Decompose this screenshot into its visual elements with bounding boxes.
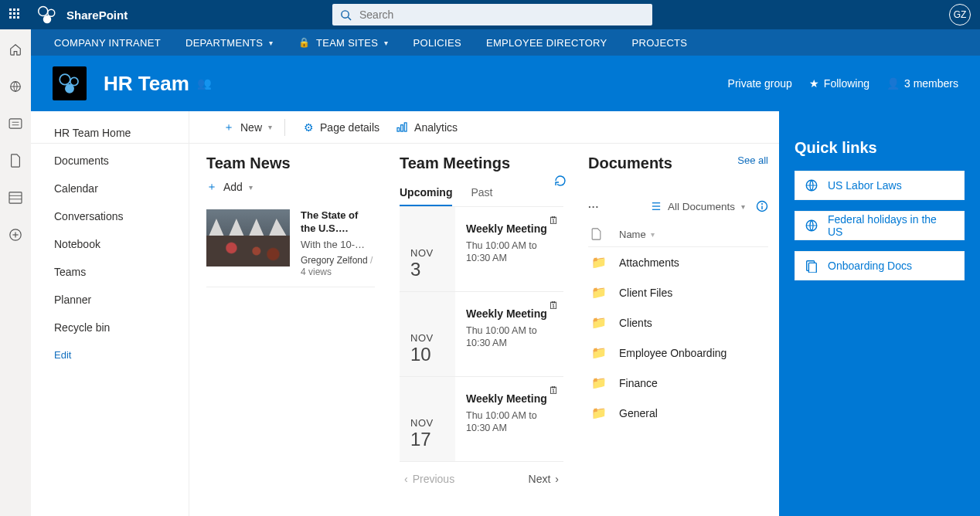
- quick-link[interactable]: US Labor Laws: [795, 171, 965, 200]
- quick-link[interactable]: Federal holidays in the US: [795, 211, 965, 240]
- quick-links-heading: Quick links: [795, 139, 965, 157]
- svg-rect-18: [397, 127, 400, 131]
- documents-header: Name▾: [588, 219, 768, 247]
- view-selector[interactable]: All Documents ▾: [651, 201, 745, 212]
- user-avatar[interactable]: GZ: [949, 4, 971, 25]
- site-header: HR Team 👥 Private group ★ Following 👤 3 …: [31, 56, 980, 111]
- prev-button[interactable]: ‹Previous: [404, 473, 454, 485]
- nav-policies[interactable]: POLICIES: [413, 37, 461, 49]
- meeting-item[interactable]: NOV17 Weekly MeetingThu 10:00 AM to 10:3…: [400, 377, 563, 462]
- product-name: SharePoint: [66, 8, 128, 22]
- column-name[interactable]: Name▾: [619, 229, 655, 240]
- ql-notebook[interactable]: Notebook: [54, 238, 189, 250]
- members-button[interactable]: 👤 3 members: [886, 77, 958, 90]
- site-logo[interactable]: [53, 66, 87, 100]
- tab-past[interactable]: Past: [471, 180, 492, 206]
- app-launcher-icon[interactable]: [9, 8, 22, 21]
- news-add-button[interactable]: ＋ Add ▾: [206, 180, 375, 194]
- nav-departments[interactable]: DEPARTMENTS▾: [185, 37, 274, 49]
- meetings-tabs: Upcoming Past: [400, 180, 563, 207]
- news-card[interactable]: The State of the U.S…. With the 10-… Gre…: [206, 202, 375, 287]
- page-details-button[interactable]: ⚙ Page details: [304, 121, 379, 134]
- document-icon: [805, 259, 818, 273]
- search-input[interactable]: [358, 8, 645, 22]
- site-title[interactable]: HR Team 👥: [104, 72, 212, 96]
- folder-icon: 📁: [591, 375, 604, 390]
- more-icon[interactable]: ···: [588, 201, 599, 212]
- team-meetings-heading: Team Meetings: [400, 154, 563, 172]
- folder-row[interactable]: 📁Client Files: [588, 277, 768, 307]
- site-meta: Private group ★ Following 👤 3 members: [728, 77, 958, 90]
- chevron-left-icon: ‹: [404, 473, 408, 485]
- add-icon[interactable]: [8, 227, 23, 243]
- quick-links-section: Quick links US Labor Laws Federal holida…: [779, 111, 980, 516]
- svg-point-3: [342, 10, 349, 17]
- ql-calendar[interactable]: Calendar: [54, 182, 189, 195]
- nav-projects[interactable]: PROJECTS: [632, 37, 688, 49]
- svg-point-0: [39, 7, 48, 16]
- folder-row[interactable]: 📁Attachments: [588, 247, 768, 277]
- nav-company-intranet[interactable]: COMPANY INTRANET: [54, 37, 161, 49]
- add-to-calendar-icon[interactable]: 🗓: [549, 300, 559, 311]
- quick-link[interactable]: Onboarding Docs: [795, 251, 965, 280]
- people-icon: 👤: [886, 77, 900, 90]
- info-icon[interactable]: [756, 200, 768, 212]
- chevron-down-icon: ▾: [249, 183, 253, 192]
- analytics-button[interactable]: Analytics: [396, 121, 458, 134]
- folder-row[interactable]: 📁Finance: [588, 368, 768, 398]
- nav-employee-directory[interactable]: EMPLOYEE DIRECTORY: [486, 37, 607, 49]
- chevron-right-icon: ›: [555, 473, 559, 485]
- plus-icon: ＋: [223, 121, 234, 134]
- svg-rect-20: [404, 123, 407, 131]
- teams-icon[interactable]: 👥: [197, 76, 212, 90]
- ql-recycle-bin[interactable]: Recycle bin: [54, 321, 189, 334]
- svg-point-15: [60, 74, 70, 85]
- see-all-link[interactable]: See all: [737, 154, 768, 166]
- star-icon: ★: [809, 77, 819, 90]
- news-icon[interactable]: [8, 116, 23, 131]
- team-news-section: Team News ＋ Add ▾ The State of the U.S….…: [189, 144, 383, 516]
- file-type-icon: [591, 228, 604, 240]
- sharepoint-logo[interactable]: SharePoint: [36, 3, 128, 26]
- next-button[interactable]: Next›: [529, 473, 559, 485]
- svg-line-4: [348, 17, 351, 20]
- svg-point-16: [70, 77, 78, 85]
- svg-rect-19: [401, 125, 403, 131]
- search-box[interactable]: [332, 4, 652, 25]
- lock-icon: 🔒: [298, 37, 310, 48]
- ql-edit[interactable]: Edit: [54, 349, 189, 361]
- documents-section: Documents See all ··· All Documents ▾ Na…: [571, 144, 779, 516]
- chevron-down-icon: ▾: [268, 123, 272, 131]
- home-icon[interactable]: [8, 42, 23, 57]
- ql-conversations[interactable]: Conversations: [54, 210, 189, 222]
- ql-documents[interactable]: Documents: [54, 154, 189, 167]
- new-button[interactable]: ＋ New ▾: [223, 121, 272, 134]
- folder-row[interactable]: 📁General: [588, 398, 768, 428]
- ql-planner[interactable]: Planner: [54, 294, 189, 306]
- files-icon[interactable]: [8, 153, 23, 168]
- news-title: The State of the U.S….: [301, 209, 375, 236]
- lists-icon[interactable]: [8, 190, 23, 205]
- following-button[interactable]: ★ Following: [809, 77, 869, 90]
- add-to-calendar-icon[interactable]: 🗓: [549, 385, 559, 396]
- folder-row[interactable]: 📁Clients: [588, 307, 768, 338]
- folder-icon: 📁: [591, 285, 604, 300]
- ql-teams[interactable]: Teams: [54, 266, 189, 278]
- meeting-item[interactable]: NOV10 Weekly MeetingThu 10:00 AM to 10:3…: [400, 292, 563, 377]
- refresh-icon[interactable]: [554, 175, 567, 187]
- news-views: 4 views: [301, 266, 375, 279]
- folder-row[interactable]: 📁Employee Onboarding: [588, 338, 768, 368]
- tab-upcoming[interactable]: Upcoming: [400, 180, 452, 206]
- globe-icon[interactable]: [8, 79, 23, 94]
- folder-icon: 📁: [591, 255, 604, 270]
- add-to-calendar-icon[interactable]: 🗓: [549, 215, 559, 226]
- documents-toolbar: ··· All Documents ▾: [588, 200, 768, 212]
- svg-point-17: [65, 84, 74, 93]
- meetings-list: NOV3 Weekly MeetingThu 10:00 AM to 10:30…: [400, 207, 563, 462]
- meeting-item[interactable]: NOV3 Weekly MeetingThu 10:00 AM to 10:30…: [400, 207, 563, 292]
- svg-rect-30: [808, 263, 816, 273]
- nav-team-sites[interactable]: 🔒TEAM SITES▾: [298, 37, 389, 49]
- news-subtitle: With the 10-…: [301, 239, 375, 252]
- divider: [284, 119, 285, 136]
- page-canvas: Team News ＋ Add ▾ The State of the U.S….…: [189, 144, 980, 516]
